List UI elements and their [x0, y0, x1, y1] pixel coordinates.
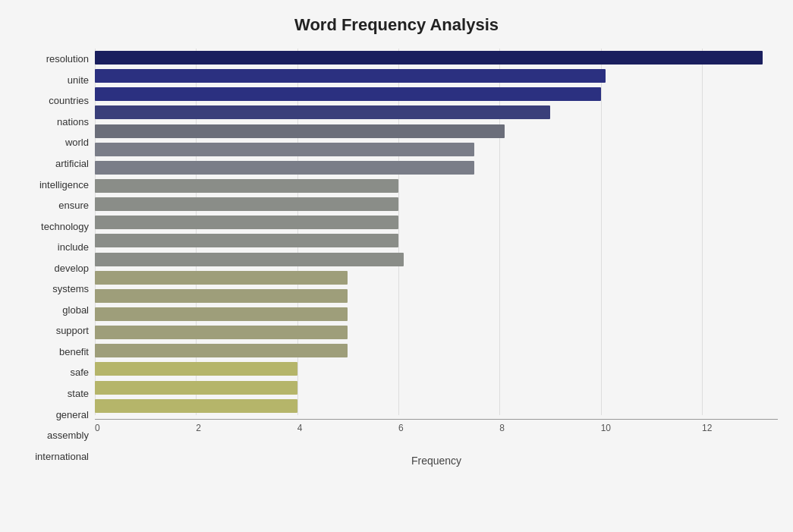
y-label: state	[15, 389, 89, 398]
x-axis-line	[95, 419, 778, 420]
bar-row	[95, 86, 778, 102]
y-label: ensure	[15, 200, 89, 210]
x-axis-label: Frequency	[95, 455, 778, 467]
bar	[95, 87, 601, 101]
bar-row	[95, 141, 778, 158]
bar	[95, 344, 348, 357]
y-label: safe	[15, 367, 89, 377]
y-label: systems	[15, 284, 89, 294]
bar-row	[95, 251, 778, 268]
y-label: countries	[15, 96, 89, 105]
bar	[95, 271, 348, 285]
bar-row	[95, 49, 778, 66]
bar-row	[95, 379, 778, 396]
bar-row	[95, 68, 778, 84]
y-label: assembly	[15, 430, 89, 440]
y-label: technology	[15, 222, 89, 231]
bar-row	[95, 398, 778, 414]
bar	[95, 289, 348, 303]
y-label: global	[15, 305, 89, 315]
bar	[95, 362, 297, 376]
bar-row	[95, 159, 778, 176]
y-label: intelligence	[15, 180, 89, 190]
bar-row	[95, 324, 778, 341]
y-label: support	[15, 326, 89, 335]
bar	[95, 399, 297, 413]
bar	[95, 381, 297, 395]
bar	[95, 105, 550, 119]
y-label: develop	[15, 263, 89, 273]
bar-row	[95, 232, 778, 249]
bar	[95, 161, 474, 175]
bar	[95, 179, 398, 193]
chart-area: resolutionunitecountriesnationsworldarti…	[15, 49, 778, 467]
bar	[95, 69, 606, 83]
bar-row	[95, 123, 778, 140]
x-axis: 024681012	[95, 419, 778, 438]
y-label: include	[15, 242, 89, 252]
chart-title: Word Frequency Analysis	[15, 15, 778, 35]
y-label: general	[15, 410, 89, 420]
bar	[95, 326, 348, 339]
y-label: benefit	[15, 347, 89, 357]
x-axis-ticks: 024681012	[95, 423, 778, 438]
bars-area	[95, 49, 778, 415]
bar-row	[95, 269, 778, 286]
y-label: nations	[15, 117, 89, 127]
bar-row	[95, 178, 778, 194]
y-label: resolution	[15, 54, 89, 64]
bar	[95, 216, 398, 229]
y-label: artificial	[15, 159, 89, 168]
bar-row	[95, 342, 778, 359]
bar-row	[95, 306, 778, 323]
bar-row	[95, 288, 778, 304]
bars-and-xaxis: 024681012 Frequency	[95, 49, 778, 467]
y-label: unite	[15, 75, 89, 85]
bar-row	[95, 196, 778, 212]
bar	[95, 197, 398, 211]
chart-container: Word Frequency Analysis resolutionunitec…	[0, 0, 793, 532]
y-label: international	[15, 452, 89, 461]
y-axis-labels: resolutionunitecountriesnationsworldarti…	[15, 49, 95, 467]
bar	[95, 143, 474, 156]
y-label: world	[15, 137, 89, 147]
bar-row	[95, 214, 778, 231]
bar-row	[95, 360, 778, 377]
bar	[95, 234, 398, 247]
bar	[95, 51, 763, 65]
bar	[95, 307, 348, 321]
bar	[95, 253, 404, 266]
bar	[95, 124, 505, 138]
bar-row	[95, 104, 778, 121]
